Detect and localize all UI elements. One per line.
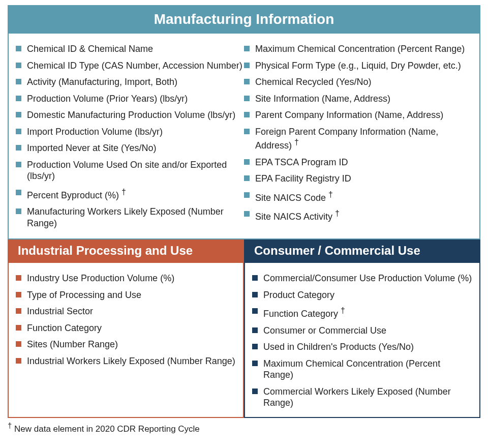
list-item: Production Volume Used On site and/or Ex… bbox=[16, 157, 244, 185]
list-item-text: EPA Facility Registry ID bbox=[255, 173, 351, 184]
manufacturing-col-right: Maximum Chemical Concentration (Percent … bbox=[244, 41, 472, 231]
list-item: Activity (Manufacturing, Import, Both) bbox=[16, 74, 244, 91]
square-bullet-icon bbox=[16, 190, 21, 195]
square-bullet-icon bbox=[16, 208, 21, 214]
square-bullet-icon bbox=[244, 129, 250, 134]
list-item: Manufacturing Workers Likely Exposed (Nu… bbox=[16, 203, 244, 231]
industrial-header: Industrial Processing and Use bbox=[8, 240, 244, 263]
list-item-text: Commercial/Consumer Use Production Volum… bbox=[263, 273, 472, 283]
list-item-text: Function Category bbox=[263, 309, 338, 319]
square-bullet-icon bbox=[252, 292, 258, 297]
square-bullet-icon bbox=[244, 46, 250, 51]
list-item-text: Type of Processing and Use bbox=[27, 290, 141, 300]
list-item: Used in Children's Products (Yes/No) bbox=[252, 339, 472, 355]
list-item-text: Chemical Recycled (Yes/No) bbox=[255, 77, 371, 87]
list-item: Industrial Sector bbox=[16, 303, 236, 320]
dagger-icon: † bbox=[121, 188, 126, 196]
list-item: Percent Byproduct (%) † bbox=[16, 185, 244, 204]
dagger-icon: † bbox=[341, 306, 345, 315]
list-item-text: Chemical ID Type (CAS Number, Accession … bbox=[27, 61, 242, 71]
list-item-text: Site NAICS Activity bbox=[255, 212, 332, 222]
list-item-text: Imported Never at Site (Yes/No) bbox=[27, 143, 156, 153]
list-item-text: Import Production Volume (lbs/yr) bbox=[27, 127, 163, 137]
square-bullet-icon bbox=[16, 325, 21, 331]
list-item: Site Information (Name, Address) bbox=[244, 91, 472, 107]
square-bullet-icon bbox=[16, 129, 21, 134]
square-bullet-icon bbox=[252, 361, 258, 366]
square-bullet-icon bbox=[16, 46, 21, 51]
list-item-text: Production Volume Used On site and/or Ex… bbox=[27, 160, 227, 182]
list-item: Parent Company Information (Name, Addres… bbox=[244, 107, 472, 124]
square-bullet-icon bbox=[16, 308, 21, 314]
consumer-cell: Consumer / Commercial Use Commercial/Con… bbox=[244, 240, 480, 418]
square-bullet-icon bbox=[16, 162, 21, 167]
dagger-icon: † bbox=[8, 421, 12, 430]
list-item: Industrial Workers Likely Exposed (Numbe… bbox=[16, 353, 236, 370]
square-bullet-icon bbox=[16, 96, 21, 101]
manufacturing-body: Chemical ID & Chemical NameChemical ID T… bbox=[8, 34, 480, 240]
list-item: Commercial Workers Likely Exposed (Numbe… bbox=[252, 383, 472, 411]
square-bullet-icon bbox=[16, 63, 21, 68]
list-item: EPA TSCA Program ID bbox=[244, 154, 472, 171]
list-item-text: Site Information (Name, Address) bbox=[255, 94, 390, 104]
list-item-text: Physical Form Type (e.g., Liquid, Dry Po… bbox=[255, 61, 461, 71]
footnote: † New data element in 2020 CDR Reporting… bbox=[8, 418, 480, 434]
square-bullet-icon bbox=[252, 275, 258, 281]
square-bullet-icon bbox=[252, 344, 258, 349]
list-item-text: Manufacturing Workers Likely Exposed (Nu… bbox=[27, 206, 224, 228]
list-item: Industry Use Production Volume (%) bbox=[16, 270, 236, 287]
consumer-body: Commercial/Consumer Use Production Volum… bbox=[244, 263, 480, 418]
square-bullet-icon bbox=[16, 112, 21, 117]
list-item: Chemical ID & Chemical Name bbox=[16, 41, 244, 57]
dagger-icon: † bbox=[328, 190, 333, 199]
dagger-icon: † bbox=[335, 209, 340, 218]
square-bullet-icon bbox=[252, 389, 258, 394]
list-item-text: Parent Company Information (Name, Addres… bbox=[255, 110, 443, 120]
list-item-text: Production Volume (Prior Years) (lbs/yr) bbox=[27, 94, 188, 104]
list-item: Production Volume (Prior Years) (lbs/yr) bbox=[16, 91, 244, 107]
list-item: Site NAICS Activity † bbox=[244, 206, 472, 225]
list-item-text: Product Category bbox=[263, 290, 334, 300]
list-item: EPA Facility Registry ID bbox=[244, 170, 472, 187]
square-bullet-icon bbox=[16, 341, 21, 347]
list-item: Sites (Number Range) bbox=[16, 336, 236, 353]
bottom-row: Industrial Processing and Use Industry U… bbox=[8, 240, 480, 418]
list-item: Commercial/Consumer Use Production Volum… bbox=[252, 270, 472, 287]
list-item-text: Domestic Manufacturing Production Volume… bbox=[27, 110, 235, 120]
list-item: Foreign Parent Company Information (Name… bbox=[244, 124, 472, 154]
list-item-text: Maximum Chemical Concentration (Percent … bbox=[263, 359, 440, 380]
square-bullet-icon bbox=[244, 79, 250, 84]
square-bullet-icon bbox=[252, 308, 258, 314]
list-item-text: Industrial Sector bbox=[27, 306, 93, 316]
square-bullet-icon bbox=[252, 327, 258, 333]
list-item-text: Site NAICS Code bbox=[255, 193, 326, 203]
list-item-text: Percent Byproduct (%) bbox=[27, 190, 119, 200]
square-bullet-icon bbox=[244, 159, 250, 165]
list-item: Import Production Volume (lbs/yr) bbox=[16, 124, 244, 140]
list-item: Domestic Manufacturing Production Volume… bbox=[16, 107, 244, 124]
square-bullet-icon bbox=[244, 96, 250, 101]
list-item: Chemical ID Type (CAS Number, Accession … bbox=[16, 57, 244, 74]
list-item-text: Foreign Parent Company Information (Name… bbox=[255, 127, 438, 151]
footnote-text: New data element in 2020 CDR Reporting C… bbox=[14, 424, 200, 434]
list-item: Function Category bbox=[16, 320, 236, 337]
list-item-text: Maximum Chemical Concentration (Percent … bbox=[255, 44, 465, 54]
list-item-text: Industrial Workers Likely Exposed (Numbe… bbox=[27, 356, 235, 366]
list-item-text: Sites (Number Range) bbox=[27, 339, 118, 349]
square-bullet-icon bbox=[16, 79, 21, 84]
list-item: Consumer or Commercial Use bbox=[252, 322, 472, 339]
manufacturing-col-left: Chemical ID & Chemical NameChemical ID T… bbox=[16, 41, 244, 231]
list-item-text: EPA TSCA Program ID bbox=[255, 157, 348, 167]
square-bullet-icon bbox=[244, 112, 250, 117]
square-bullet-icon bbox=[16, 275, 21, 281]
industrial-body: Industry Use Production Volume (%)Type o… bbox=[8, 263, 244, 418]
list-item-text: Industry Use Production Volume (%) bbox=[27, 273, 174, 283]
list-item: Physical Form Type (e.g., Liquid, Dry Po… bbox=[244, 57, 472, 74]
list-item: Site NAICS Code † bbox=[244, 187, 472, 206]
square-bullet-icon bbox=[244, 211, 250, 217]
industrial-cell: Industrial Processing and Use Industry U… bbox=[8, 240, 244, 418]
list-item: Product Category bbox=[252, 287, 472, 304]
square-bullet-icon bbox=[16, 292, 21, 297]
list-item: Type of Processing and Use bbox=[16, 287, 236, 304]
manufacturing-header: Manufacturing Information bbox=[8, 5, 480, 34]
